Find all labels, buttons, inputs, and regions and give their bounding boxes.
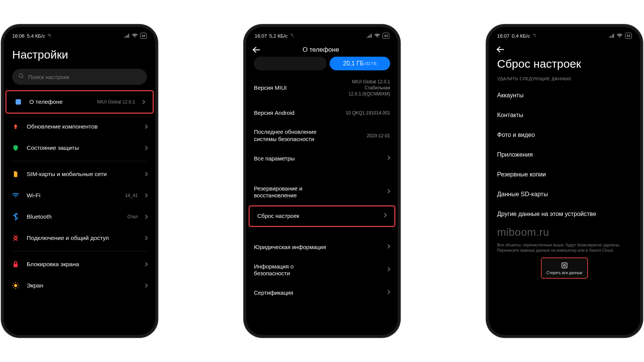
- vibrate-icon: [532, 33, 537, 39]
- row-value: 2020-12-01: [367, 133, 390, 139]
- row-label: SIM-карты и мобильные сети: [27, 171, 138, 178]
- status-net: 5,4 КБ/с: [27, 33, 45, 39]
- battery-indicator: 44: [140, 33, 147, 39]
- item-apps: Приложения: [489, 145, 640, 165]
- erase-label: Стереть все данные: [547, 271, 582, 275]
- row-display[interactable]: Экран: [4, 275, 155, 296]
- chevron-right-icon: [387, 244, 390, 251]
- lock-icon: [11, 260, 20, 268]
- storage-total: /32 ГБ: [365, 61, 377, 66]
- chevron-right-icon: [387, 289, 390, 296]
- status-time: 16:07: [497, 33, 510, 39]
- page-title: Настройки: [12, 48, 147, 61]
- about-icon: [14, 98, 22, 106]
- status-time: 16:06: [12, 33, 25, 39]
- row-label: Юридическая информация: [254, 244, 326, 251]
- shield-icon: [11, 144, 20, 152]
- row-component-updates[interactable]: Обновление компонентов: [4, 116, 155, 137]
- header-bar: О телефоне: [246, 41, 398, 57]
- chevron-right-icon: [145, 145, 148, 151]
- storage-button[interactable]: 20,1 ГБ /32 ГБ: [330, 57, 390, 70]
- chevron-right-icon: [387, 189, 390, 195]
- footnote: Все объекты, перечисленные выше, будут б…: [489, 238, 640, 256]
- row-about-phone[interactable]: О телефоне MIUI Global 12.0.1: [5, 90, 154, 114]
- status-bar: 16:07 0,4 КБ/с 44: [489, 27, 640, 41]
- row-android-version[interactable]: Версия Android 10 QKQ1.191014.001: [246, 103, 398, 123]
- chevron-right-icon: [384, 213, 387, 219]
- row-value: Откл: [128, 214, 138, 219]
- watermark: miboom.ru: [489, 224, 640, 238]
- row-security-status[interactable]: Состояние защиты: [4, 137, 155, 159]
- row-label: Блокировка экрана: [27, 261, 138, 268]
- chevron-right-icon: [145, 124, 148, 129]
- row-value: MIUI Global 12.0.1: [97, 99, 135, 105]
- wifi-icon: [11, 191, 20, 200]
- chevron-right-icon: [145, 171, 148, 177]
- row-bluetooth[interactable]: Bluetooth Откл: [4, 206, 155, 227]
- status-time: 16:07: [255, 33, 267, 39]
- update-icon: [11, 122, 20, 131]
- item-backups: Резервные копии: [489, 165, 640, 184]
- svg-point-2: [14, 284, 17, 287]
- divider: [11, 161, 148, 161]
- chevron-right-icon: [387, 155, 390, 162]
- signal-icon: [124, 33, 129, 38]
- phone-settings: 16:06 5,4 КБ/с 44 Настройки Поиск настро…: [4, 27, 155, 335]
- battery-indicator: 44: [625, 33, 632, 39]
- row-value: 10 QKQ1.191014.001: [346, 110, 390, 116]
- svg-rect-3: [562, 263, 567, 268]
- row-label: Все параметры: [254, 155, 295, 162]
- signal-icon: [609, 33, 614, 38]
- row-factory-reset[interactable]: Сброс настроек: [249, 205, 395, 227]
- erase-all-button[interactable]: Стереть все данные: [541, 257, 588, 279]
- page-title: Сброс настроек: [497, 57, 632, 70]
- svg-rect-1: [16, 99, 21, 105]
- item-other-data: Другие данные на этом устройстве: [489, 204, 640, 224]
- phone-reset: 16:07 0,4 КБ/с 44 Сброс настроек УДАЛИТЬ…: [489, 27, 640, 335]
- row-backup-restore[interactable]: Резервирование и восстановление: [246, 179, 398, 206]
- row-label: Резервирование и восстановление: [254, 185, 330, 200]
- sim-icon: [11, 170, 20, 178]
- status-net: 5,2 КБ/с: [269, 33, 288, 39]
- row-connection-sharing[interactable]: Подключение и общий доступ: [4, 227, 155, 249]
- search-input[interactable]: Поиск настроек: [12, 69, 147, 85]
- signal-icon: [367, 33, 372, 38]
- back-button[interactable]: [496, 46, 633, 53]
- row-label: Версия MIUI: [254, 84, 287, 92]
- chevron-right-icon: [145, 214, 148, 219]
- back-button[interactable]: [252, 46, 261, 53]
- item-contacts: Контакты: [489, 105, 640, 125]
- status-bar: 16:07 5,2 КБ/с 44: [246, 27, 398, 41]
- row-certification[interactable]: Сертификация: [246, 283, 398, 303]
- chevron-right-icon: [145, 283, 148, 288]
- vibrate-icon: [290, 33, 294, 39]
- row-sim-mobile[interactable]: SIM-карты и мобильные сети: [4, 164, 155, 185]
- status-bar: 16:06 5,4 КБ/с 44: [4, 27, 155, 41]
- row-label: Последнее обновление системы безопасност…: [254, 129, 330, 143]
- row-label: Экран: [27, 282, 138, 289]
- row-safety-info[interactable]: Информация о безопасности: [246, 257, 398, 284]
- chevron-right-icon: [145, 235, 148, 241]
- row-label: Wi-Fi: [27, 192, 118, 199]
- row-lockscreen[interactable]: Блокировка экрана: [4, 254, 155, 275]
- row-security-patch[interactable]: Последнее обновление системы безопасност…: [246, 122, 398, 149]
- chevron-right-icon: [145, 262, 148, 267]
- row-miui-version[interactable]: Версия MIUI MIUI Global 12.0.1 Стабильна…: [246, 73, 398, 103]
- brightness-icon: [11, 281, 20, 290]
- svg-point-0: [19, 74, 22, 77]
- row-label: О телефоне: [29, 98, 90, 105]
- svg-point-4: [564, 264, 566, 266]
- chevron-right-icon: [142, 99, 145, 105]
- row-legal-info[interactable]: Юридическая информация: [246, 238, 398, 257]
- page-title: О телефоне: [303, 46, 339, 54]
- row-all-specs[interactable]: Все параметры: [246, 149, 398, 168]
- row-label: Сертификация: [254, 289, 293, 297]
- chevron-right-icon: [145, 193, 148, 198]
- chevron-right-icon: [387, 267, 390, 273]
- bluetooth-icon: [11, 213, 20, 221]
- row-wifi[interactable]: Wi-Fi 14_41: [4, 185, 155, 206]
- row-label: Bluetooth: [27, 213, 121, 220]
- storage-card[interactable]: 20,1 ГБ /32 ГБ: [254, 57, 390, 70]
- page-header: Настройки: [4, 41, 155, 65]
- row-value: MIUI Global 12.0.1 Стабильная 12.0.1.0(Q…: [349, 79, 390, 97]
